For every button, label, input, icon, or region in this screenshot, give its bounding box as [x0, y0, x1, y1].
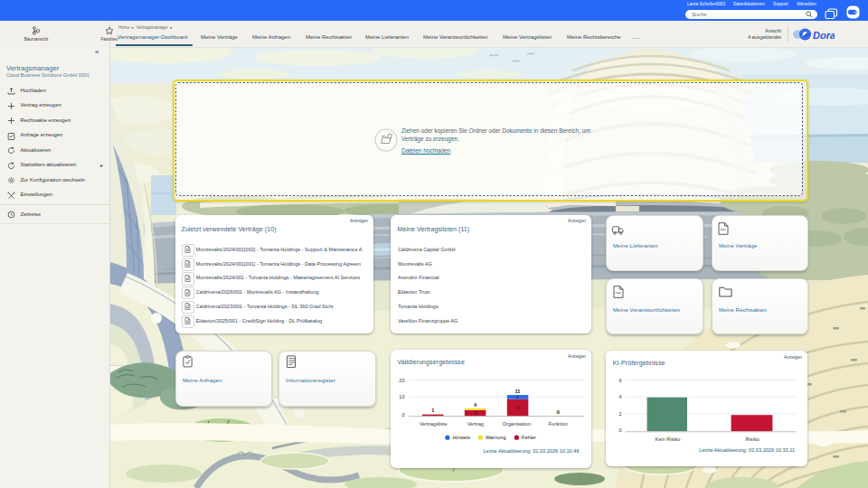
svg-text:4: 4 [473, 402, 476, 408]
svg-text:2: 2 [618, 411, 621, 417]
svg-text:Kein Risiko: Kein Risiko [656, 436, 681, 442]
svg-text:Vertrag: Vertrag [467, 421, 483, 427]
svg-text:Fehler: Fehler [522, 435, 536, 440]
svg-text:Organisation: Organisation [502, 421, 531, 427]
svg-text:Letzte Aktualisierung: 02.03.2: Letzte Aktualisierung: 02.03.2026 10:33:… [699, 447, 795, 453]
svg-text:0: 0 [618, 427, 621, 433]
svg-text:Hinweis: Hinweis [452, 435, 470, 440]
svg-text:3: 3 [474, 410, 476, 416]
svg-text:Warnung: Warnung [486, 435, 506, 440]
svg-text:9: 9 [516, 405, 519, 410]
svg-text:20: 20 [399, 378, 404, 383]
svg-text:1: 1 [431, 408, 434, 413]
svg-text:11: 11 [514, 389, 520, 394]
svg-text:0: 0 [401, 412, 404, 418]
svg-text:10: 10 [399, 394, 404, 399]
svg-text:6: 6 [618, 378, 621, 383]
svg-text:4: 4 [618, 394, 621, 399]
svg-text:Funktion: Funktion [548, 421, 567, 427]
svg-text:2: 2 [516, 394, 519, 399]
svg-text:Letzte Aktualisierung: 02.03.2: Letzte Aktualisierung: 02.03.2026 10:10:… [483, 448, 579, 454]
svg-text:Risiko: Risiko [746, 436, 760, 442]
svg-text:Vertragsliste: Vertragsliste [419, 421, 447, 427]
svg-text:0: 0 [556, 409, 559, 415]
svg-text:Dora: Dora [813, 30, 835, 41]
